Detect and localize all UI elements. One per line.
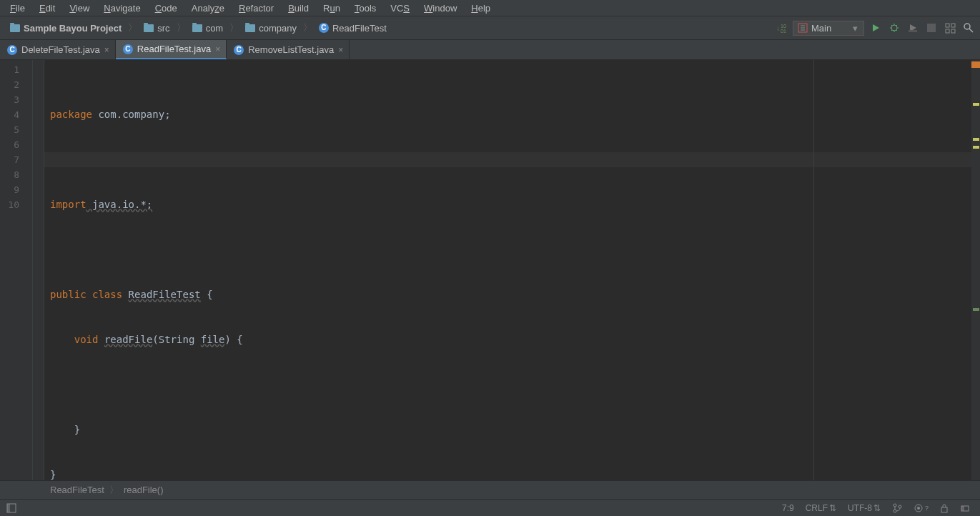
search-icon[interactable] bbox=[961, 21, 976, 35]
code-text bbox=[50, 334, 74, 345]
cursor-position[interactable]: 7:9 bbox=[776, 503, 800, 513]
menu-vcs[interactable]: VCS bbox=[385, 1, 415, 15]
svg-rect-5 bbox=[909, 30, 917, 32]
breadcrumbs: Sample Bayou Project 〉 src 〉 com 〉 compa… bbox=[4, 21, 774, 36]
class-name: ReadFileTest bbox=[129, 289, 201, 300]
svg-text:01: 01 bbox=[781, 29, 786, 34]
svg-point-14 bbox=[894, 504, 896, 507]
line-number: 1 bbox=[3, 62, 19, 77]
crumb-project[interactable]: Sample Bayou Project bbox=[4, 21, 127, 36]
menu-help[interactable]: Help bbox=[465, 1, 496, 15]
run-config-label: Main bbox=[811, 23, 831, 34]
chevron-icon: 〉 bbox=[177, 21, 186, 34]
lock-icon[interactable] bbox=[934, 503, 954, 513]
svg-rect-6 bbox=[927, 24, 936, 32]
chevron-icon: 〉 bbox=[128, 21, 137, 34]
line-gutter: 1 2 3 4 5 6 7 8 9 10 bbox=[0, 60, 33, 480]
project-structure-icon[interactable] bbox=[943, 21, 957, 35]
tab-label: ReadFileTest.java bbox=[137, 44, 211, 54]
chevron-icon: 〉 bbox=[229, 21, 239, 34]
chevron-icon: 〉 bbox=[109, 484, 119, 497]
dropdown-icon: ▾ bbox=[853, 23, 858, 34]
crumb-label: com bbox=[206, 23, 224, 34]
close-icon[interactable]: × bbox=[104, 45, 109, 55]
svg-point-18 bbox=[917, 507, 920, 510]
info-marker[interactable] bbox=[973, 308, 979, 311]
svg-point-16 bbox=[899, 505, 901, 508]
tab-deletefiletest[interactable]: C DeleteFileTest.java × bbox=[0, 40, 116, 59]
coverage-button[interactable] bbox=[906, 21, 920, 35]
line-number: 8 bbox=[3, 167, 19, 182]
svg-rect-7 bbox=[946, 24, 949, 27]
structure-breadcrumbs: ReadFileTest 〉 readFile() bbox=[0, 480, 980, 499]
run-config-icon bbox=[798, 23, 808, 33]
menu-navigate[interactable]: Navigate bbox=[98, 1, 146, 15]
code-text: ) { bbox=[224, 334, 242, 345]
keyword: public bbox=[50, 289, 86, 300]
crumb-method[interactable]: readFile() bbox=[124, 485, 164, 495]
menu-view[interactable]: View bbox=[64, 1, 95, 15]
menu-window[interactable]: Window bbox=[418, 1, 462, 15]
crumb-file[interactable]: C ReadFileTest bbox=[313, 21, 392, 36]
menu-file[interactable]: File bbox=[4, 1, 31, 15]
svg-point-11 bbox=[964, 24, 970, 29]
method-name: readFile bbox=[104, 334, 152, 345]
line-number: 6 bbox=[3, 137, 19, 152]
crumb-com[interactable]: com bbox=[187, 21, 229, 36]
close-icon[interactable]: × bbox=[215, 44, 220, 54]
run-button[interactable] bbox=[868, 21, 883, 35]
code-text: com.company; bbox=[92, 109, 171, 120]
keyword: import bbox=[50, 199, 86, 210]
class-icon: C bbox=[234, 45, 244, 55]
updown-icon: ⇅ bbox=[873, 503, 881, 513]
git-branch-icon[interactable] bbox=[886, 503, 908, 513]
menu-bar: File Edit View Navigate Code Analyze Ref… bbox=[0, 0, 980, 16]
menu-edit[interactable]: Edit bbox=[34, 1, 61, 15]
menu-refactor[interactable]: Refactor bbox=[233, 1, 279, 15]
editor-tabs: C DeleteFileTest.java × C ReadFileTest.j… bbox=[0, 40, 980, 60]
debug-button[interactable] bbox=[887, 21, 901, 35]
warning-marker[interactable] bbox=[973, 103, 979, 106]
stop-button[interactable] bbox=[924, 21, 939, 35]
warning-marker[interactable] bbox=[973, 146, 979, 149]
tab-removelisttest[interactable]: C RemoveListTest.java × bbox=[227, 40, 350, 59]
folder-icon bbox=[192, 24, 202, 32]
tab-readfiletest[interactable]: C ReadFileTest.java × bbox=[116, 40, 227, 59]
line-number: 7 bbox=[3, 152, 19, 167]
crumb-label: ReadFileTest bbox=[332, 23, 387, 34]
tab-label: RemoveListTest.java bbox=[248, 44, 334, 55]
code-area[interactable]: package com.company; import java.io.*; p… bbox=[44, 60, 971, 480]
menu-analyze[interactable]: Analyze bbox=[186, 1, 230, 15]
code-editor[interactable]: 1 2 3 4 5 6 7 8 9 10 package com.company… bbox=[0, 60, 980, 480]
crumb-class[interactable]: ReadFileTest bbox=[50, 485, 104, 495]
keyword: package bbox=[50, 109, 92, 120]
class-icon: C bbox=[123, 44, 133, 54]
warning-marker[interactable] bbox=[973, 138, 979, 141]
crumb-label: src bbox=[157, 23, 169, 34]
line-separator[interactable]: CRLF⇅ bbox=[800, 503, 842, 513]
memory-indicator-icon[interactable] bbox=[954, 503, 976, 513]
crumb-src[interactable]: src bbox=[138, 21, 175, 36]
tool-windows-icon[interactable] bbox=[4, 501, 19, 515]
current-line-highlight bbox=[44, 152, 971, 167]
svg-rect-13 bbox=[7, 504, 10, 512]
svg-point-15 bbox=[894, 510, 896, 512]
file-encoding[interactable]: UTF-8⇅ bbox=[842, 503, 886, 513]
menu-build[interactable]: Build bbox=[282, 1, 315, 15]
svg-text:10: 10 bbox=[781, 24, 786, 29]
close-icon[interactable]: × bbox=[338, 45, 343, 55]
analysis-indicator-icon[interactable] bbox=[971, 61, 980, 68]
menu-tools[interactable]: Tools bbox=[349, 1, 382, 15]
menu-code[interactable]: Code bbox=[149, 1, 183, 15]
run-config-select[interactable]: Main ▾ bbox=[793, 21, 864, 36]
build-icon[interactable]: ↓1001 bbox=[774, 21, 788, 35]
param: file bbox=[201, 334, 225, 345]
folder-icon bbox=[10, 24, 20, 32]
updown-icon: ⇅ bbox=[829, 503, 836, 513]
inspection-icon[interactable]: ? bbox=[908, 503, 934, 513]
right-margin bbox=[813, 60, 814, 480]
menu-run[interactable]: Run bbox=[317, 1, 346, 15]
error-stripe[interactable] bbox=[971, 60, 980, 480]
svg-text:↓: ↓ bbox=[776, 24, 780, 32]
crumb-company[interactable]: company bbox=[239, 21, 302, 36]
